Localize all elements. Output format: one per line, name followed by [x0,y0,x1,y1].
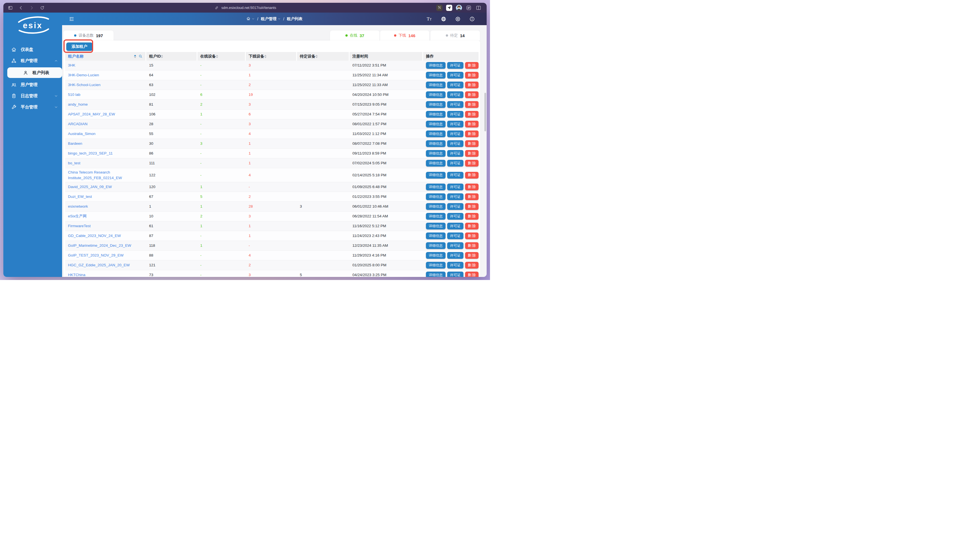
sidebar-toggle-icon[interactable] [8,5,13,11]
sidebar-collapse-icon[interactable] [69,16,74,22]
license-button[interactable]: 许可证 [447,262,463,268]
tenant-name-link[interactable]: GoIP_TEST_2023_NOV_29_EW [68,253,124,257]
delete-button[interactable]: 删 除 [465,172,478,178]
details-button[interactable]: 详细信息 [426,203,445,210]
tenant-name-link[interactable]: esixnetwork [68,204,88,208]
reload-icon[interactable] [39,5,45,11]
info-icon[interactable] [469,16,475,22]
details-button[interactable]: 详细信息 [426,140,445,147]
notion-icon[interactable]: N [436,5,442,11]
tenant-name-link[interactable]: HKTChina [68,273,85,277]
tenant-name-link[interactable]: HGC_GZ_Eddie_2025_JAN_20_EW [68,263,130,267]
delete-button[interactable]: 删 除 [465,272,478,277]
delete-button[interactable]: 删 除 [465,203,478,210]
license-button[interactable]: 许可证 [447,193,463,200]
delete-button[interactable]: 删 除 [465,183,478,190]
sidebar-item-1[interactable]: 仪表盘 [3,44,62,55]
license-button[interactable]: 许可证 [447,203,463,210]
sidebar-item-3[interactable]: 租户列表 [7,67,62,78]
address-bar[interactable]: sdm.esixcloud.net:5017/ui#/tenants [214,3,276,13]
details-button[interactable]: 详细信息 [426,242,445,249]
tenant-name-link[interactable]: APSAT_2024_MAY_28_EW [68,112,115,116]
license-button[interactable]: 许可证 [447,213,463,220]
details-button[interactable]: 详细信息 [426,232,445,239]
details-button[interactable]: 详细信息 [426,223,445,229]
license-button[interactable]: 许可证 [447,72,463,78]
license-button[interactable]: 许可证 [447,130,463,137]
delete-button[interactable]: 删 除 [465,242,478,249]
breadcrumb-item-1[interactable] [246,17,255,22]
license-button[interactable]: 许可证 [447,111,463,118]
forward-icon[interactable] [29,5,34,11]
license-button[interactable]: 许可证 [447,172,463,178]
tenant-name-link[interactable]: 510 lab [68,92,80,97]
details-button[interactable]: 详细信息 [426,272,445,277]
details-button[interactable]: 详细信息 [426,72,445,78]
delete-button[interactable]: 删 除 [465,213,478,220]
tab-settings-icon[interactable] [466,5,472,11]
delete-button[interactable]: 删 除 [465,140,478,147]
license-button[interactable]: 许可证 [447,252,463,259]
tenant-name-link[interactable]: Bardeen [68,142,82,146]
tenant-name-link[interactable]: ARCADIAN [68,122,87,126]
column-header-5[interactable]: 待定设备 [297,52,349,61]
add-tenant-button[interactable]: 添加租户 [66,42,93,51]
details-button[interactable]: 详细信息 [426,101,445,108]
tenant-name-link[interactable]: GD_Cable_2023_NOV_24_EW [68,233,121,238]
delete-button[interactable]: 删 除 [465,101,478,108]
tenant-name-link[interactable]: bingo_tech_2023_SEP_11 [68,151,113,155]
avatar[interactable] [456,5,462,11]
tenant-name-link[interactable]: David_2025_JAN_09_EW [68,185,112,189]
delete-button[interactable]: 删 除 [465,223,478,229]
delete-button[interactable]: 删 除 [465,111,478,118]
details-button[interactable]: 详细信息 [426,82,445,88]
tenant-name-link[interactable]: FirmwareTest [68,224,90,228]
details-button[interactable]: 详细信息 [426,62,445,69]
gear-icon[interactable] [455,16,461,22]
sidebar-item-2[interactable]: 租户管理 [3,55,62,66]
license-button[interactable]: 许可证 [447,62,463,69]
delete-button[interactable]: 删 除 [465,160,478,167]
details-button[interactable]: 详细信息 [426,193,445,200]
tenant-name-link[interactable]: Duzi_EW_test [68,195,92,199]
license-button[interactable]: 许可证 [447,150,463,157]
license-button[interactable]: 许可证 [447,82,463,88]
tenant-name-link[interactable]: 3HK-Demo-Lucien [68,73,99,77]
back-icon[interactable] [18,5,24,11]
license-button[interactable]: 许可证 [447,101,463,108]
license-button[interactable]: 许可证 [447,232,463,239]
details-button[interactable]: 详细信息 [426,111,445,118]
sidebar-item-5[interactable]: 日志管理 [3,90,62,102]
license-button[interactable]: 许可证 [447,140,463,147]
tenant-name-link[interactable]: 3HK [68,63,75,67]
column-header-1[interactable]: 租户名称 [65,52,145,61]
split-view-icon[interactable] [475,5,482,11]
delete-button[interactable]: 删 除 [465,82,478,88]
details-button[interactable]: 详细信息 [426,130,445,137]
details-button[interactable]: 详细信息 [426,150,445,157]
tenant-name-link[interactable]: bo_test [68,161,80,165]
delete-button[interactable]: 删 除 [465,193,478,200]
details-button[interactable]: 详细信息 [426,183,445,190]
tenant-name-link[interactable]: Australia_Simon [68,132,95,136]
stat-card-total[interactable]: 设备总数197 [64,30,114,40]
license-button[interactable]: 许可证 [447,121,463,127]
column-header-4[interactable]: 下线设备 [246,52,296,61]
delete-button[interactable]: 删 除 [465,121,478,127]
delete-button[interactable]: 删 除 [465,62,478,69]
delete-button[interactable]: 删 除 [465,252,478,259]
details-button[interactable]: 详细信息 [426,160,445,167]
column-header-2[interactable]: 租户ID [146,52,197,61]
tenant-name-link[interactable]: China Telecom Research Institute_2025_FE… [68,170,122,180]
license-button[interactable]: 许可证 [447,223,463,229]
sidebar-item-6[interactable]: 平台管理 [3,102,62,113]
tenant-name-link[interactable]: andy_home [68,102,88,107]
stat-card-offline[interactable]: 下线146 [380,30,429,40]
details-button[interactable]: 详细信息 [426,121,445,127]
globe-icon[interactable] [440,16,447,22]
details-button[interactable]: 详细信息 [426,213,445,220]
breadcrumb-item-2[interactable]: 租户管理 [261,17,281,22]
delete-button[interactable]: 删 除 [465,130,478,137]
tenant-name-link[interactable]: eSix生产网 [68,214,87,218]
tenant-name-link[interactable]: 3HK-School-Lucien [68,83,100,87]
